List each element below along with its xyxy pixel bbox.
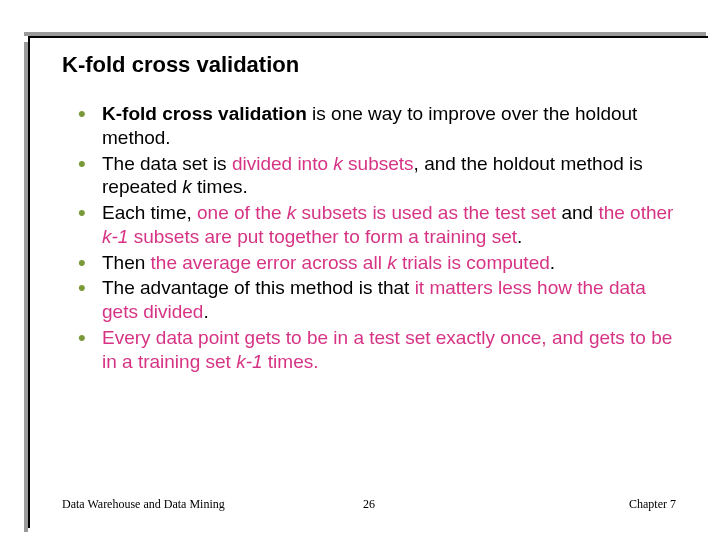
text-segment: k: [387, 252, 397, 273]
text-segment: subsets: [343, 153, 414, 174]
text-segment: trials is computed: [397, 252, 550, 273]
text-segment: The data set is: [102, 153, 232, 174]
bullet-item: Then the average error across all k tria…: [84, 251, 676, 275]
slide-content: K-fold cross validation K-fold cross val…: [62, 52, 676, 375]
text-segment: .: [517, 226, 522, 247]
text-segment: Every data point gets to be in a test se…: [102, 327, 672, 372]
text-segment: subsets is used as the test set: [296, 202, 556, 223]
bullet-item: Every data point gets to be in a test se…: [84, 326, 676, 374]
text-segment: k: [333, 153, 343, 174]
text-segment: the other: [598, 202, 673, 223]
text-segment: one of the: [197, 202, 287, 223]
footer-page-number: 26: [363, 497, 375, 512]
text-segment: k-1: [236, 351, 262, 372]
text-segment: and: [556, 202, 598, 223]
text-segment: The advantage of this method is that: [102, 277, 415, 298]
text-segment: subsets are put together to form a train…: [128, 226, 517, 247]
bullet-item: The data set is divided into k subsets, …: [84, 152, 676, 200]
text-segment: the average error across all: [151, 252, 388, 273]
text-segment: k: [287, 202, 297, 223]
slide-footer: Data Warehouse and Data Mining 26 Chapte…: [62, 497, 676, 512]
text-segment: K-fold cross validation: [102, 103, 307, 124]
bullet-item: K-fold cross validation is one way to im…: [84, 102, 676, 150]
text-segment: divided into: [232, 153, 333, 174]
text-segment: Then: [102, 252, 151, 273]
text-segment: k: [182, 176, 192, 197]
footer-left: Data Warehouse and Data Mining: [62, 497, 225, 512]
text-segment: times.: [263, 351, 319, 372]
footer-right: Chapter 7: [629, 497, 676, 512]
text-segment: .: [203, 301, 208, 322]
bullet-item: The advantage of this method is that it …: [84, 276, 676, 324]
text-segment: k-1: [102, 226, 128, 247]
text-segment: .: [550, 252, 555, 273]
bullet-item: Each time, one of the k subsets is used …: [84, 201, 676, 249]
text-segment: times.: [192, 176, 248, 197]
bullet-list: K-fold cross validation is one way to im…: [84, 102, 676, 373]
text-segment: Each time,: [102, 202, 197, 223]
slide-title: K-fold cross validation: [62, 52, 676, 78]
